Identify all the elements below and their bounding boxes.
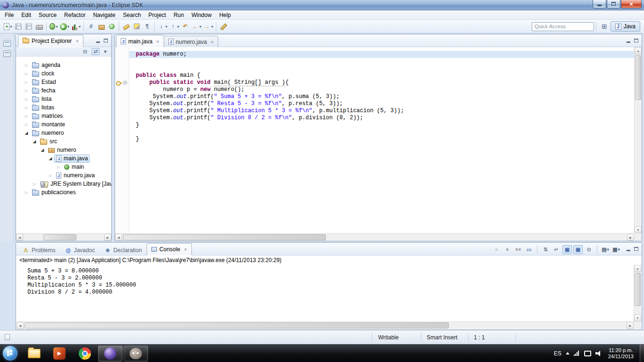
scrollbar-thumb[interactable] bbox=[25, 322, 449, 329]
scroll-down-icon[interactable]: ▼ bbox=[635, 226, 642, 233]
maximize-window-button[interactable] bbox=[607, 0, 620, 8]
expand-arrow-icon[interactable]: ▷ bbox=[23, 190, 30, 195]
fold-collapse-icon[interactable] bbox=[123, 81, 127, 85]
previous-annotation-button[interactable]: ↑▾ bbox=[168, 21, 180, 32]
menu-refactor[interactable]: Refactor bbox=[60, 10, 89, 20]
show-whitespace-button[interactable]: ¶ bbox=[142, 21, 152, 32]
code-line[interactable]: System.out.printf(" Multiplicacion 5 * 3… bbox=[129, 107, 634, 115]
expand-arrow-icon[interactable]: ▷ bbox=[23, 97, 30, 101]
last-edit-location-button[interactable]: ↶ bbox=[180, 21, 190, 32]
expand-arrow-icon[interactable]: ▷ bbox=[23, 114, 30, 118]
display-icon[interactable] bbox=[584, 351, 591, 356]
tree-item-montante[interactable]: ▷montante bbox=[16, 120, 111, 129]
open-perspective-button[interactable]: ⊞ bbox=[602, 23, 607, 30]
editor-vertical-scrollbar[interactable]: ▲ ▼ bbox=[634, 47, 642, 233]
show-console-stderr-button[interactable]: ▣ bbox=[573, 245, 583, 254]
tree-item-agenda[interactable]: ▷agenda bbox=[16, 61, 111, 69]
taskbar-media-player-button[interactable] bbox=[47, 346, 72, 362]
menu-run[interactable]: Run bbox=[170, 10, 188, 20]
scroll-down-icon[interactable]: ▼ bbox=[634, 314, 641, 321]
show-console-stdout-button[interactable]: ▣ bbox=[562, 245, 572, 254]
forward-button[interactable]: →▾ bbox=[202, 21, 214, 32]
print-button[interactable] bbox=[34, 21, 44, 32]
coverage-button[interactable]: ▾ bbox=[70, 21, 82, 32]
close-tab-icon[interactable]: × bbox=[156, 39, 159, 44]
minimize-console-button[interactable] bbox=[624, 245, 632, 252]
tree-item-nuemero[interactable]: ◢nuemero bbox=[16, 129, 111, 137]
scroll-up-icon[interactable]: ▲ bbox=[634, 265, 641, 272]
language-indicator[interactable]: ES bbox=[554, 350, 561, 357]
collapse-arrow-icon[interactable]: ◢ bbox=[31, 139, 38, 144]
new-button[interactable]: +▾ bbox=[3, 21, 13, 32]
minimize-editor-button[interactable] bbox=[624, 37, 632, 44]
scroll-left-icon[interactable]: ◀ bbox=[16, 234, 23, 241]
maximize-console-button[interactable] bbox=[632, 245, 640, 252]
show-desktop-button[interactable] bbox=[640, 345, 644, 362]
menu-search[interactable]: Search bbox=[119, 10, 145, 20]
expand-arrow-icon[interactable]: ▷ bbox=[23, 80, 30, 84]
tree-item-listas[interactable]: ▷listas bbox=[16, 103, 111, 112]
taskbar-chrome-button[interactable] bbox=[73, 346, 97, 362]
clear-console-button[interactable]: ▭ bbox=[524, 245, 534, 254]
collapse-arrow-icon[interactable]: ◢ bbox=[23, 131, 30, 135]
scroll-up-icon[interactable]: ▲ bbox=[635, 47, 642, 54]
tree-item-lista[interactable]: ▷lista bbox=[16, 95, 111, 103]
console-tab-console[interactable]: Console× bbox=[147, 243, 191, 255]
expand-arrow-icon[interactable]: ▷ bbox=[23, 89, 30, 93]
code-line[interactable] bbox=[129, 65, 634, 72]
editor-horizontal-scrollbar[interactable]: ◀ ▶ bbox=[115, 233, 634, 241]
mark-occurrences-button[interactable] bbox=[132, 21, 142, 32]
next-annotation-button[interactable]: ↓▾ bbox=[157, 21, 168, 32]
tree-item-clock[interactable]: ▷clock bbox=[16, 69, 111, 78]
code-line[interactable]: System.out.printf(" Resta 5 - 3 = %f\n",… bbox=[129, 100, 634, 107]
minimize-window-button[interactable] bbox=[593, 0, 606, 8]
block-selection-button[interactable] bbox=[218, 21, 229, 32]
back-button[interactable]: ←▾ bbox=[190, 21, 202, 32]
close-tab-icon[interactable]: × bbox=[211, 39, 214, 45]
view-menu-button[interactable]: ▾ bbox=[102, 48, 108, 55]
scrollbar-thumb[interactable] bbox=[635, 273, 641, 306]
menu-help[interactable]: Help bbox=[215, 10, 235, 20]
java-perspective-button[interactable]: J Java bbox=[611, 21, 640, 32]
console-tab-javadoc[interactable]: @Javadoc bbox=[60, 245, 100, 255]
collapse-arrow-icon[interactable]: ◢ bbox=[39, 148, 46, 152]
tree-item-numero[interactable]: ◢numero bbox=[16, 146, 111, 154]
open-console-button[interactable]: ▦▾ bbox=[611, 245, 621, 254]
remove-all-launches-button[interactable]: ×× bbox=[513, 245, 523, 254]
console-tab-problems[interactable]: ⚠Problems bbox=[18, 245, 60, 255]
scroll-right-icon[interactable]: ▶ bbox=[104, 234, 111, 241]
code-line[interactable] bbox=[129, 129, 634, 136]
editor-tab-numero-java[interactable]: numero.java× bbox=[164, 36, 218, 47]
scroll-lock-button[interactable]: ⇅ bbox=[541, 245, 550, 254]
console-tab-declaration[interactable]: ◈Declaration bbox=[99, 245, 147, 255]
scrollbar-thumb[interactable] bbox=[43, 234, 76, 240]
dropdown-arrow-icon[interactable]: ▾ bbox=[165, 25, 167, 29]
menu-window[interactable]: Window bbox=[188, 10, 215, 20]
scroll-left-icon[interactable]: ◀ bbox=[115, 234, 122, 241]
menu-project[interactable]: Project bbox=[145, 10, 170, 20]
code-line[interactable]: package numero; bbox=[129, 51, 634, 58]
code-line[interactable]: System.out.printf(" Suma 5 + 3 = %f\n", … bbox=[129, 93, 634, 100]
scroll-left-icon[interactable]: ◀ bbox=[17, 322, 24, 329]
expand-arrow-icon[interactable]: ▷ bbox=[55, 165, 62, 169]
collapse-all-button[interactable]: ⊟ bbox=[81, 48, 89, 55]
start-button[interactable] bbox=[3, 346, 17, 361]
menu-navigate[interactable]: Navigate bbox=[89, 10, 119, 20]
taskbar-gimp-button[interactable] bbox=[124, 346, 148, 362]
quick-access-input[interactable] bbox=[532, 22, 594, 31]
expand-arrow-icon[interactable]: ▷ bbox=[31, 182, 38, 186]
close-window-button[interactable]: × bbox=[621, 0, 642, 8]
minimized-view-icon[interactable] bbox=[3, 50, 11, 57]
scrollbar-thumb[interactable] bbox=[123, 234, 326, 240]
tree-item-matrices[interactable]: ▷matrices bbox=[16, 112, 111, 120]
code-line[interactable]: } bbox=[129, 122, 634, 129]
collapse-arrow-icon[interactable]: ◢ bbox=[47, 156, 54, 161]
network-icon[interactable] bbox=[574, 351, 580, 356]
code-line[interactable]: numero p = new numero(); bbox=[129, 86, 634, 93]
dropdown-arrow-icon[interactable]: ▾ bbox=[56, 25, 58, 29]
expand-arrow-icon[interactable]: ▷ bbox=[23, 106, 30, 110]
volume-icon[interactable] bbox=[595, 350, 602, 356]
clock[interactable]: 11:20 p.m. 24/11/2013 bbox=[608, 347, 634, 360]
menu-edit[interactable]: Edit bbox=[17, 10, 35, 20]
maximize-editor-button[interactable] bbox=[632, 37, 640, 44]
